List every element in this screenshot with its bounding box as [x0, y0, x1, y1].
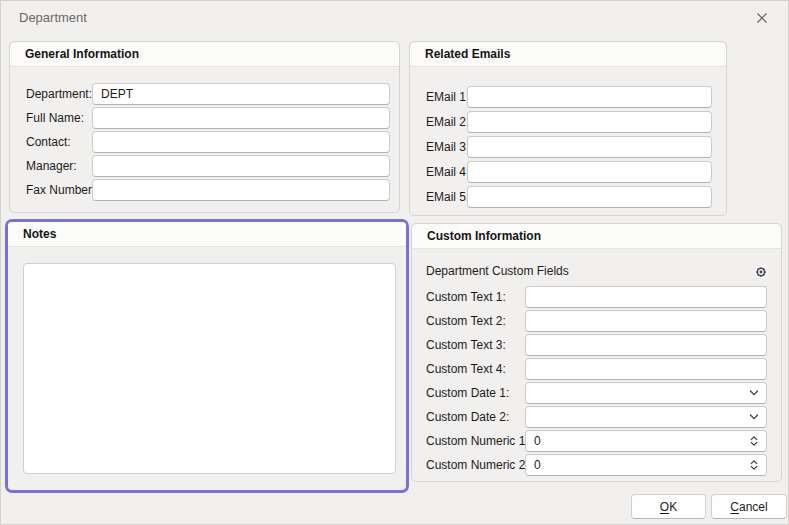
general-information-title: General Information: [25, 47, 139, 61]
cancel-button-label: Cancel: [730, 500, 767, 514]
manager-label: Manager:: [26, 155, 77, 177]
custom-date-1-label: Custom Date 1:: [426, 382, 509, 404]
notes-focus-ring: Notes: [5, 219, 409, 493]
number-spinner-icon[interactable]: [748, 459, 760, 471]
custom-fields-subtitle: Department Custom Fields: [426, 260, 569, 282]
custom-date-1-input[interactable]: [525, 382, 767, 404]
chevron-down-icon[interactable]: [748, 411, 760, 423]
email-4-input[interactable]: [467, 161, 712, 183]
notes-group: Notes: [8, 222, 406, 490]
general-information-group: General Information Department: Full Nam…: [9, 41, 400, 213]
fax-number-label: Fax Number:: [26, 179, 95, 201]
department-label: Department:: [26, 83, 92, 105]
general-information-header: General Information: [10, 42, 399, 67]
email-3-input[interactable]: [467, 136, 712, 158]
custom-numeric-2-input[interactable]: [525, 454, 767, 476]
close-button[interactable]: [747, 5, 777, 31]
fax-number-input[interactable]: [92, 179, 390, 201]
custom-numeric-2-label: Custom Numeric 2:: [426, 454, 529, 476]
number-spinner-icon[interactable]: [748, 435, 760, 447]
custom-text-2-input[interactable]: [525, 310, 767, 332]
custom-text-1-input[interactable]: [525, 286, 767, 308]
email-2-label: EMail 2:: [426, 111, 469, 133]
ok-button[interactable]: OK: [631, 494, 706, 519]
notes-title: Notes: [23, 227, 56, 241]
email-5-label: EMail 5:: [426, 186, 469, 208]
related-emails-group: Related Emails EMail 1: EMail 2: EMail 3…: [409, 41, 727, 216]
custom-information-header: Custom Information: [412, 224, 781, 249]
email-1-input[interactable]: [467, 86, 712, 108]
related-emails-title: Related Emails: [425, 47, 510, 61]
custom-text-4-label: Custom Text 4:: [426, 358, 506, 380]
custom-text-2-label: Custom Text 2:: [426, 310, 506, 332]
department-dialog: Department General Information Departmen…: [0, 0, 789, 525]
full-name-input[interactable]: [92, 107, 390, 129]
custom-numeric-1-input[interactable]: [525, 430, 767, 452]
custom-fields-settings-button[interactable]: [752, 263, 770, 281]
email-2-input[interactable]: [467, 111, 712, 133]
notes-header: Notes: [8, 222, 406, 247]
email-1-label: EMail 1:: [426, 86, 469, 108]
email-4-label: EMail 4:: [426, 161, 469, 183]
custom-date-2-label: Custom Date 2:: [426, 406, 509, 428]
custom-numeric-2-spinner[interactable]: [525, 454, 767, 476]
custom-text-3-label: Custom Text 3:: [426, 334, 506, 356]
chevron-down-icon[interactable]: [748, 387, 760, 399]
custom-information-group: Custom Information Department Custom Fie…: [411, 223, 782, 482]
custom-date-2-combobox[interactable]: [525, 406, 767, 428]
contact-input[interactable]: [92, 131, 390, 153]
custom-numeric-1-label: Custom Numeric 1:: [426, 430, 529, 452]
close-icon: [755, 11, 769, 25]
email-5-input[interactable]: [467, 186, 712, 208]
custom-date-2-input[interactable]: [525, 406, 767, 428]
cancel-button[interactable]: Cancel: [711, 494, 787, 519]
custom-information-title: Custom Information: [427, 229, 541, 243]
ok-button-label: OK: [660, 500, 677, 514]
notes-textarea[interactable]: [23, 263, 396, 474]
dialog-title: Department: [19, 10, 87, 25]
related-emails-header: Related Emails: [410, 42, 726, 67]
full-name-label: Full Name:: [26, 107, 84, 129]
custom-date-1-combobox[interactable]: [525, 382, 767, 404]
gear-icon: [753, 264, 769, 280]
contact-label: Contact:: [26, 131, 71, 153]
custom-text-1-label: Custom Text 1:: [426, 286, 506, 308]
custom-text-4-input[interactable]: [525, 358, 767, 380]
email-3-label: EMail 3:: [426, 136, 469, 158]
custom-numeric-1-spinner[interactable]: [525, 430, 767, 452]
manager-input[interactable]: [92, 155, 390, 177]
custom-text-3-input[interactable]: [525, 334, 767, 356]
department-input[interactable]: [92, 83, 390, 105]
